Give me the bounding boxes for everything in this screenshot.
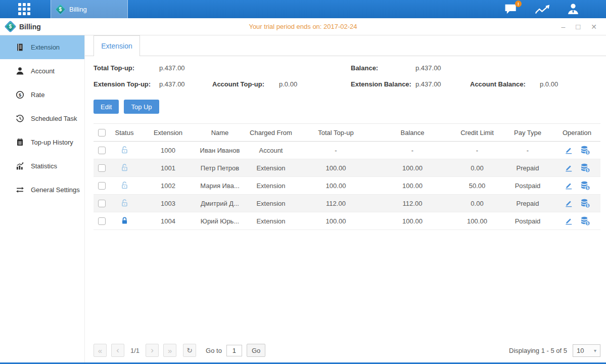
goto-page-input[interactable] <box>226 345 242 356</box>
edit-icon[interactable] <box>564 163 573 172</box>
sidebar-item-label: Rate <box>31 91 44 99</box>
line-chart-icon[interactable] <box>535 3 550 15</box>
sidebar-item-scheduled-task[interactable]: Scheduled Task <box>0 107 84 130</box>
page-indicator: 1/1 <box>130 347 139 354</box>
unlocked-icon <box>120 181 129 189</box>
table-row: 1001Петр ПетровExtension100.00100.000.00… <box>94 159 600 177</box>
cell-charged-from: Extension <box>243 177 299 195</box>
topup-money-icon[interactable]: $ <box>580 181 590 191</box>
cell-balance: - <box>372 142 452 159</box>
cell-charged-from: Extension <box>243 195 299 212</box>
topup-money-icon[interactable]: $ <box>580 216 590 226</box>
sidebar-item-extension[interactable]: Extension <box>0 35 84 59</box>
cell-credit-limit: 100.00 <box>452 212 502 230</box>
sidebar-item-general-settings[interactable]: General Settings <box>0 178 84 202</box>
notification-badge: ! <box>515 1 522 7</box>
sidebar-item-label: General Settings <box>31 186 80 194</box>
row-checkbox[interactable] <box>98 182 106 190</box>
cell-pay-type: Prepaid <box>502 159 553 177</box>
edit-icon[interactable] <box>564 216 573 225</box>
row-checkbox[interactable] <box>98 147 106 154</box>
account-balance-value: p.0.00 <box>540 80 600 88</box>
minimize-button[interactable] <box>561 23 565 30</box>
table-row: 1002Мария Ива...Extension100.00100.0050.… <box>94 177 600 195</box>
sidebar-item-account[interactable]: Account <box>0 59 84 83</box>
account-person-icon <box>16 67 24 75</box>
close-button[interactable] <box>591 23 597 30</box>
go-button[interactable]: Go <box>247 344 265 357</box>
refresh-button[interactable] <box>183 344 196 357</box>
sidebar-item-label: Top-up History <box>31 139 73 146</box>
summary-panel: Total Top-up: p.437.00 Extension Top-up:… <box>85 56 606 88</box>
table-row: 1003Дмитрий Д...Extension112.00112.000.0… <box>94 195 600 212</box>
maximize-button[interactable] <box>576 23 580 30</box>
messages-icon[interactable]: ! <box>504 3 518 15</box>
sidebar: ExtensionAccount$RateScheduled TaskTop-u… <box>0 35 85 362</box>
taskbar: $ Billing ! <box>0 0 606 18</box>
edit-icon[interactable] <box>564 146 573 155</box>
cell-charged-from: Extension <box>243 212 299 230</box>
cell-charged-from: Account <box>243 142 299 159</box>
billing-diamond-icon: $ <box>54 3 66 15</box>
edit-button[interactable]: Edit <box>94 100 119 114</box>
sidebar-item-top-up-history[interactable]: Top-up History <box>0 130 84 154</box>
column-header-charged-from: Charged From <box>243 124 299 142</box>
column-header-total-top-up: Total Top-up <box>299 124 372 142</box>
sidebar-item-rate[interactable]: $Rate <box>0 83 84 107</box>
pagination-bar: 1/1 Go to Go Displaying 1 - 5 of 5 10 <box>85 344 606 362</box>
cell-credit-limit: 0.00 <box>452 159 502 177</box>
row-checkbox[interactable] <box>98 200 106 207</box>
column-header-name: Name <box>197 124 243 142</box>
ledger-icon <box>16 43 24 52</box>
app-grid-icon[interactable] <box>18 3 30 15</box>
cell-balance: 100.00 <box>372 212 452 230</box>
svg-text:$: $ <box>19 93 21 98</box>
column-header-credit-limit: Credit Limit <box>452 124 502 142</box>
cell-name: Юрий Юрь... <box>197 212 243 230</box>
cell-total-topup: 100.00 <box>299 159 372 177</box>
cell-pay-type: Prepaid <box>502 195 553 212</box>
cell-credit-limit: 50.00 <box>452 177 502 195</box>
edit-icon[interactable] <box>564 199 573 208</box>
cell-total-topup: 100.00 <box>299 212 372 230</box>
edit-icon[interactable] <box>564 181 573 190</box>
cell-balance: 112.00 <box>372 195 452 212</box>
cell-name: Петр Петров <box>197 159 243 177</box>
user-icon[interactable] <box>567 3 580 16</box>
extension-topup-value: p.437.00 <box>159 80 212 88</box>
row-checkbox[interactable] <box>98 217 106 225</box>
prev-page-button[interactable] <box>111 344 124 357</box>
titlebar: $ Billing Your trial period ends on: 201… <box>0 18 606 35</box>
tab-extension[interactable]: Extension <box>94 35 140 56</box>
cell-credit-limit: 0.00 <box>452 195 502 212</box>
row-checkbox[interactable] <box>98 164 106 172</box>
notepad-icon <box>16 138 24 147</box>
account-topup-value: p.0.00 <box>279 80 351 88</box>
topup-money-icon[interactable]: $ <box>580 163 590 173</box>
action-bar: Edit Top Up <box>85 88 606 114</box>
unlocked-icon <box>120 199 129 206</box>
window-title: Billing <box>19 23 41 31</box>
cell-pay-type: Postpaid <box>502 177 553 195</box>
last-page-button[interactable] <box>163 344 176 357</box>
sidebar-item-label: Extension <box>31 43 60 51</box>
bar-chart-icon <box>16 162 24 170</box>
clock-history-icon <box>16 114 24 123</box>
top-up-button[interactable]: Top Up <box>124 100 159 114</box>
next-page-button[interactable] <box>146 344 159 357</box>
topup-money-icon[interactable]: $ <box>580 199 590 208</box>
extension-table-body: 1000Иван ИвановAccount----$1001Петр Петр… <box>94 142 600 230</box>
sidebar-item-statistics[interactable]: Statistics <box>0 154 84 178</box>
column-header-balance: Balance <box>372 124 452 142</box>
trial-notice: Your trial period ends on: 2017-02-24 <box>0 23 606 30</box>
select-all-checkbox[interactable] <box>98 129 106 136</box>
first-page-button[interactable] <box>94 344 107 357</box>
column-header-pay-type: Pay Type <box>502 124 553 142</box>
cell-total-topup: - <box>299 142 372 159</box>
balance-value: p.437.00 <box>415 64 470 72</box>
topup-money-icon[interactable]: $ <box>580 146 590 155</box>
cell-extension: 1003 <box>139 195 197 212</box>
page-size-select[interactable]: 10 <box>573 344 600 357</box>
extension-table: StatusExtensionNameCharged FromTotal Top… <box>94 123 600 230</box>
taskbar-billing-tab[interactable]: $ Billing <box>51 0 128 18</box>
